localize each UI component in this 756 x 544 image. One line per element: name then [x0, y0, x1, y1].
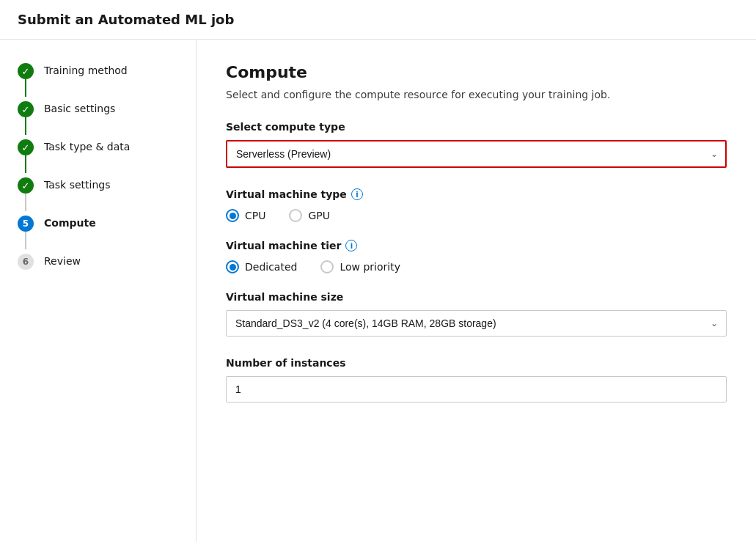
sidebar-label-basic-settings: Basic settings: [44, 100, 115, 117]
vm-tier-dedicated-radio[interactable]: [226, 260, 239, 273]
num-instances-label: Number of instances: [226, 357, 727, 369]
sidebar-label-training-method: Training method: [44, 62, 128, 79]
page-header: Submit an Automated ML job: [0, 0, 756, 40]
vm-tier-info-icon[interactable]: i: [345, 240, 357, 251]
section-title: Compute: [226, 63, 727, 81]
vm-tier-lowpriority-option[interactable]: Low priority: [320, 260, 400, 273]
sidebar-item-task-settings[interactable]: ✓ Task settings: [0, 169, 196, 201]
sidebar-label-compute: Compute: [44, 214, 96, 232]
num-instances-section: Number of instances: [226, 357, 727, 403]
vm-type-section: Virtual machine type i CPU GPU: [226, 188, 727, 222]
compute-type-label: Select compute type: [226, 121, 727, 133]
sidebar-item-basic-settings[interactable]: ✓ Basic settings: [0, 92, 196, 125]
vm-tier-label: Virtual machine tier: [226, 240, 341, 251]
vm-type-cpu-label: CPU: [245, 210, 265, 221]
sidebar-item-compute[interactable]: 5 Compute: [0, 207, 196, 239]
vm-tier-dedicated-option[interactable]: Dedicated: [226, 260, 297, 273]
vm-tier-lowpriority-radio[interactable]: [320, 260, 334, 273]
sidebar-label-review: Review: [44, 252, 81, 270]
vm-tier-section: Virtual machine tier i Dedicated Low pri…: [226, 240, 727, 273]
compute-type-section: Select compute type Serverless (Preview)…: [226, 121, 727, 168]
step-icon-task-type: ✓: [18, 139, 34, 155]
step-icon-training-method: ✓: [18, 63, 34, 79]
compute-type-select[interactable]: Serverless (Preview) Compute cluster Att…: [226, 140, 727, 168]
vm-size-section: Virtual machine size Standard_DS3_v2 (4 …: [226, 291, 727, 337]
content-area: Compute Select and configure the compute…: [197, 40, 756, 542]
vm-size-select[interactable]: Standard_DS3_v2 (4 core(s), 14GB RAM, 28…: [226, 310, 727, 337]
vm-type-gpu-label: GPU: [308, 210, 330, 221]
num-instances-input[interactable]: [226, 376, 727, 403]
sidebar: ✓ Training method ✓ Basic settings ✓: [0, 40, 197, 542]
sidebar-item-review[interactable]: 6 Review: [0, 245, 196, 277]
vm-size-label: Virtual machine size: [226, 291, 727, 303]
sidebar-label-task-type: Task type & data: [44, 138, 130, 155]
sidebar-item-task-type[interactable]: ✓ Task type & data: [0, 131, 196, 163]
page-title: Submit an Automated ML job: [18, 12, 234, 27]
vm-tier-radio-group: Dedicated Low priority: [226, 260, 727, 273]
step-icon-basic-settings: ✓: [18, 101, 34, 117]
vm-size-dropdown-wrapper: Standard_DS3_v2 (4 core(s), 14GB RAM, 28…: [226, 310, 727, 337]
vm-tier-dedicated-label: Dedicated: [245, 261, 297, 273]
vm-tier-lowpriority-label: Low priority: [340, 261, 400, 273]
vm-type-radio-group: CPU GPU: [226, 209, 727, 222]
vm-type-gpu-option[interactable]: GPU: [289, 209, 330, 222]
vm-type-cpu-option[interactable]: CPU: [226, 209, 265, 222]
section-description: Select and configure the compute resourc…: [226, 89, 727, 100]
step-icon-task-settings: ✓: [18, 177, 34, 194]
vm-type-label: Virtual machine type: [226, 188, 347, 200]
vm-type-gpu-radio[interactable]: [289, 209, 302, 222]
compute-type-dropdown-wrapper: Serverless (Preview) Compute cluster Att…: [226, 140, 727, 168]
vm-type-cpu-radio[interactable]: [226, 209, 239, 222]
step-icon-review: 6: [18, 254, 34, 270]
sidebar-item-training-method[interactable]: ✓ Training method: [0, 54, 196, 87]
vm-type-info-icon[interactable]: i: [351, 188, 363, 200]
sidebar-label-task-settings: Task settings: [44, 176, 111, 194]
step-icon-compute: 5: [18, 216, 34, 232]
